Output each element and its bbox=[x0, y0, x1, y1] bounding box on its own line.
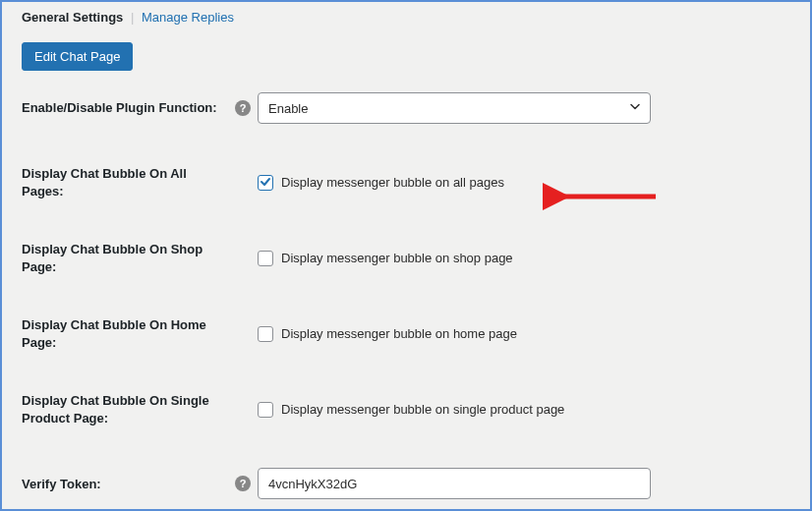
control-verify-token bbox=[258, 468, 790, 499]
control-shop-page: Display messenger bubble on shop page bbox=[258, 251, 790, 266]
checkbox-box bbox=[258, 326, 273, 342]
edit-chat-page-button[interactable]: Edit Chat Page bbox=[22, 42, 133, 71]
checkbox-all-pages[interactable]: Display messenger bubble on all pages bbox=[258, 175, 504, 191]
label-home-page: Display Chat Bubble On Home Page: bbox=[22, 316, 228, 351]
checkbox-text: Display messenger bubble on shop page bbox=[281, 251, 513, 265]
row-single-product: Display Chat Bubble On Single Product Pa… bbox=[22, 392, 790, 426]
label-all-pages: Display Chat Bubble On All Pages: bbox=[22, 165, 228, 199]
checkbox-shop-page[interactable]: Display messenger bubble on shop page bbox=[258, 251, 513, 266]
verify-token-input[interactable] bbox=[258, 468, 651, 499]
tab-manage-replies[interactable]: Manage Replies bbox=[142, 10, 234, 25]
checkbox-text: Display messenger bubble on single produ… bbox=[281, 402, 564, 417]
control-single-product: Display messenger bubble on single produ… bbox=[258, 402, 790, 418]
tab-separator: | bbox=[127, 10, 138, 25]
checkbox-text: Display messenger bubble on all pages bbox=[281, 175, 504, 190]
tab-bar: General Settings | Manage Replies bbox=[22, 2, 790, 30]
panel-inner: General Settings | Manage Replies Edit C… bbox=[2, 2, 810, 511]
enable-select[interactable]: Enable bbox=[258, 92, 651, 124]
question-icon: ? bbox=[235, 476, 251, 491]
control-home-page: Display messenger bubble on home page bbox=[258, 326, 790, 342]
help-verify-token[interactable]: ? bbox=[228, 476, 258, 491]
label-verify-token: Verify Token: bbox=[22, 476, 228, 493]
checkbox-single-product[interactable]: Display messenger bubble on single produ… bbox=[258, 402, 564, 418]
row-shop-page: Display Chat Bubble On Shop Page: Displa… bbox=[22, 241, 790, 275]
control-enable: Enable bbox=[258, 92, 790, 124]
row-all-pages: Display Chat Bubble On All Pages: Displa… bbox=[22, 165, 790, 199]
checkbox-box bbox=[258, 251, 273, 266]
row-enable: Enable/Disable Plugin Function: ? Enable bbox=[22, 92, 790, 124]
tab-general-settings[interactable]: General Settings bbox=[22, 10, 123, 25]
row-home-page: Display Chat Bubble On Home Page: Displa… bbox=[22, 316, 790, 351]
checkbox-box bbox=[258, 175, 273, 191]
label-shop-page: Display Chat Bubble On Shop Page: bbox=[22, 241, 228, 275]
check-icon bbox=[260, 176, 271, 190]
checkbox-text: Display messenger bubble on home page bbox=[281, 326, 517, 341]
checkbox-home-page[interactable]: Display messenger bubble on home page bbox=[258, 326, 517, 342]
help-enable[interactable]: ? bbox=[228, 100, 258, 116]
row-verify-token: Verify Token: ? bbox=[22, 468, 790, 499]
checkbox-box bbox=[258, 402, 273, 418]
question-icon: ? bbox=[235, 100, 251, 116]
control-all-pages: Display messenger bubble on all pages bbox=[258, 175, 790, 191]
label-enable: Enable/Disable Plugin Function: bbox=[22, 99, 228, 117]
label-single-product: Display Chat Bubble On Single Product Pa… bbox=[22, 392, 228, 426]
settings-panel: General Settings | Manage Replies Edit C… bbox=[0, 0, 812, 511]
